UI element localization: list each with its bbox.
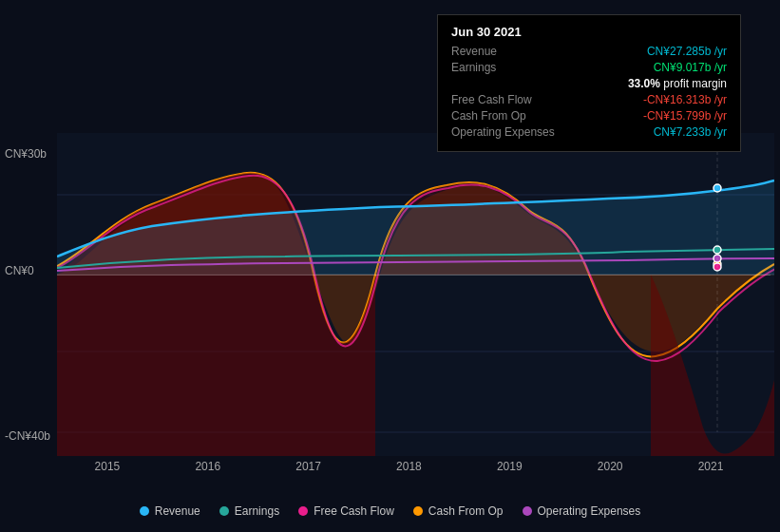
legend-item-cfo[interactable]: Cash From Op [413, 504, 504, 518]
tooltip-label-opex: Operating Expenses [451, 125, 565, 139]
legend-label-fcf: Free Cash Flow [314, 504, 394, 518]
legend-label-earnings: Earnings [235, 504, 279, 518]
tooltip-value-opex: CN¥7.233b /yr [654, 125, 727, 139]
tooltip-label-revenue: Revenue [451, 45, 565, 58]
tooltip-row-fcf: Free Cash Flow -CN¥16.313b /yr [451, 93, 727, 106]
y-label-top: CN¥30b [5, 147, 47, 161]
tooltip-value-cfo: -CN¥15.799b /yr [643, 109, 727, 123]
legend-item-fcf[interactable]: Free Cash Flow [298, 504, 394, 518]
y-label-mid: CN¥0 [5, 264, 34, 277]
tooltip-row-earnings: Earnings CN¥9.017b /yr [451, 61, 727, 74]
legend-item-earnings[interactable]: Earnings [219, 504, 279, 518]
tooltip-value-revenue: CN¥27.285b /yr [647, 45, 727, 58]
tooltip: Jun 30 2021 Revenue CN¥27.285b /yr Earni… [437, 14, 741, 152]
legend-label-revenue: Revenue [155, 504, 200, 518]
tooltip-value-fcf: -CN¥16.313b /yr [643, 93, 727, 106]
legend-label-opex: Operating Expenses [538, 504, 641, 518]
x-label-2017: 2017 [295, 460, 321, 473]
x-label-2021: 2021 [698, 460, 724, 473]
legend-item-opex[interactable]: Operating Expenses [523, 504, 641, 518]
legend-label-cfo: Cash From Op [428, 504, 504, 518]
legend-dot-opex [523, 506, 532, 516]
y-label-bot: -CN¥40b [5, 429, 50, 443]
tooltip-label-fcf: Free Cash Flow [451, 93, 565, 106]
tooltip-row-opex: Operating Expenses CN¥7.233b /yr [451, 125, 727, 139]
x-label-2019: 2019 [497, 460, 523, 473]
zero-line [57, 275, 770, 276]
x-label-2016: 2016 [195, 460, 220, 473]
legend-dot-earnings [219, 506, 229, 516]
legend: Revenue Earnings Free Cash Flow Cash Fro… [0, 504, 780, 518]
x-axis: 2015 2016 2017 2018 2019 2020 2021 [0, 460, 780, 473]
tooltip-row-revenue: Revenue CN¥27.285b /yr [451, 45, 727, 58]
tooltip-row-cfo: Cash From Op -CN¥15.799b /yr [451, 109, 727, 123]
tooltip-value-margin: 33.0% profit margin [628, 77, 727, 90]
tooltip-label-cfo: Cash From Op [451, 109, 565, 123]
legend-dot-cfo [413, 506, 423, 516]
tooltip-earnings-amount: CN¥9.017b /yr [654, 61, 727, 74]
legend-dot-revenue [140, 506, 149, 516]
tooltip-row-margin: 33.0% profit margin [451, 77, 727, 90]
x-label-2020: 2020 [598, 460, 623, 473]
legend-dot-fcf [298, 506, 308, 516]
x-label-2018: 2018 [396, 460, 422, 473]
x-label-2015: 2015 [95, 460, 121, 473]
tooltip-value-earnings: CN¥9.017b /yr [654, 61, 727, 74]
tooltip-date: Jun 30 2021 [451, 25, 727, 39]
tooltip-label-earnings: Earnings [451, 61, 565, 74]
chart-container: CN¥30b CN¥0 -CN¥40b 2015 2016 2017 2018 … [0, 0, 780, 532]
legend-item-revenue[interactable]: Revenue [140, 504, 200, 518]
